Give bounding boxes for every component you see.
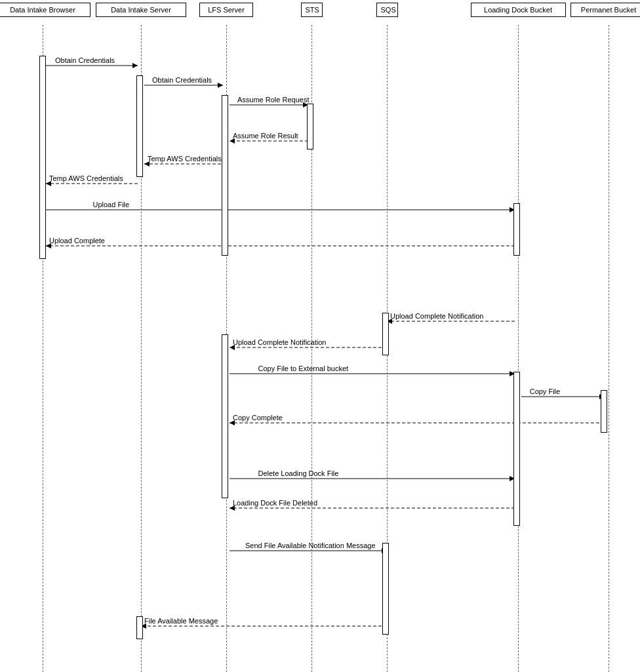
participant-server: Data Intake Server bbox=[96, 3, 186, 17]
participant-loading_dock: Loading Dock Bucket bbox=[471, 3, 566, 17]
server-act2 bbox=[136, 616, 143, 639]
svg-marker-3 bbox=[218, 83, 223, 88]
loading-act1 bbox=[513, 203, 520, 256]
msg-label: Copy File bbox=[530, 387, 560, 395]
server-act1 bbox=[136, 75, 143, 177]
perm-act1 bbox=[601, 390, 607, 433]
msg-label: Assume Role Request bbox=[237, 96, 309, 104]
msg-label: Obtain Credentials bbox=[55, 56, 115, 64]
msg-label: Obtain Credentials bbox=[152, 76, 212, 84]
msg-label: Assume Role Result bbox=[233, 132, 298, 140]
lifeline-loading_dock bbox=[518, 25, 519, 672]
msg-label: Temp AWS Credentials bbox=[49, 174, 123, 182]
msg-label: Upload Complete Notification bbox=[390, 312, 483, 320]
participant-lfs: LFS Server bbox=[199, 3, 253, 17]
msg-label: File Available Message bbox=[144, 617, 218, 625]
msg-label: Temp AWS Credentials bbox=[148, 155, 222, 163]
participant-sts: STS bbox=[301, 3, 323, 17]
sequence-diagram: Data Intake BrowserData Intake ServerLFS… bbox=[0, 0, 640, 672]
msg-label: Upload Complete Notification bbox=[233, 338, 326, 346]
msg-label: Delete Loading Dock File bbox=[258, 469, 339, 477]
participant-sqs: SQS bbox=[376, 3, 398, 17]
arrows-svg bbox=[0, 0, 640, 672]
participant-browser: Data Intake Browser bbox=[0, 3, 90, 17]
msg-label: Upload File bbox=[93, 201, 130, 208]
msg-label: Copy File to External bucket bbox=[258, 365, 349, 372]
msg-label: Send File Available Notification Message bbox=[245, 542, 376, 549]
sqs-act2 bbox=[382, 543, 389, 635]
sts-act1 bbox=[307, 104, 313, 149]
msg-label: Loading Dock File Deleted bbox=[233, 499, 317, 507]
browser-act1 bbox=[39, 56, 46, 259]
lfs-act1 bbox=[222, 95, 228, 256]
msg-label: Copy Complete bbox=[233, 414, 283, 422]
participant-permanent: Permanet Bucket bbox=[570, 3, 641, 17]
msg-label: Upload Complete bbox=[49, 237, 105, 245]
svg-marker-1 bbox=[132, 63, 138, 68]
loading-act2 bbox=[513, 372, 520, 526]
lifeline-permanent bbox=[609, 25, 609, 672]
sqs-act1 bbox=[382, 313, 389, 355]
lfs-act2 bbox=[222, 334, 228, 498]
